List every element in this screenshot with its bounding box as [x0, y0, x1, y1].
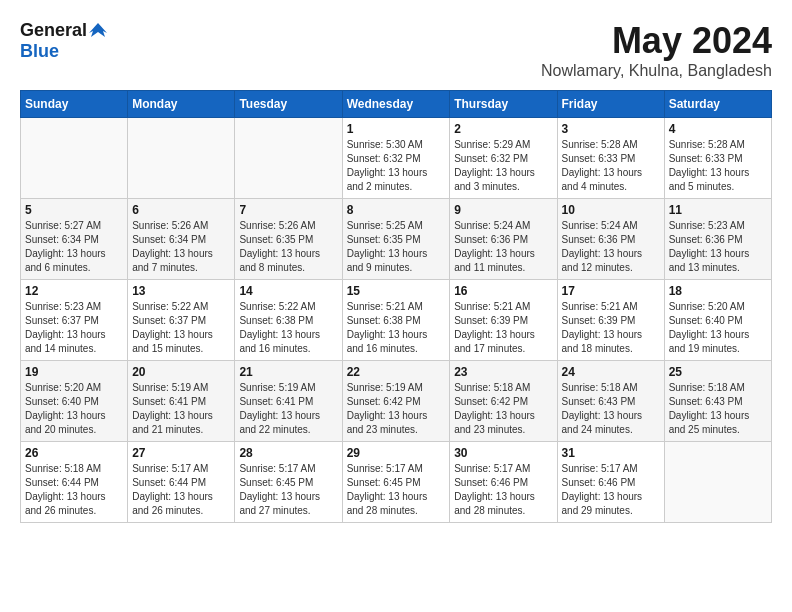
day-number: 20: [132, 365, 230, 379]
day-info: Sunrise: 5:20 AM Sunset: 6:40 PM Dayligh…: [669, 300, 767, 356]
day-number: 9: [454, 203, 552, 217]
title-section: May 2024 Nowlamary, Khulna, Bangladesh: [541, 20, 772, 80]
day-info: Sunrise: 5:24 AM Sunset: 6:36 PM Dayligh…: [454, 219, 552, 275]
day-info: Sunrise: 5:30 AM Sunset: 6:32 PM Dayligh…: [347, 138, 446, 194]
day-number: 19: [25, 365, 123, 379]
logo-general-text: General: [20, 20, 87, 41]
day-number: 31: [562, 446, 660, 460]
day-info: Sunrise: 5:17 AM Sunset: 6:46 PM Dayligh…: [454, 462, 552, 518]
header-day-thursday: Thursday: [450, 91, 557, 118]
calendar-cell: 15Sunrise: 5:21 AM Sunset: 6:38 PM Dayli…: [342, 280, 450, 361]
calendar-cell: 19Sunrise: 5:20 AM Sunset: 6:40 PM Dayli…: [21, 361, 128, 442]
logo: General Blue: [20, 20, 107, 62]
day-info: Sunrise: 5:23 AM Sunset: 6:36 PM Dayligh…: [669, 219, 767, 275]
calendar-cell: 17Sunrise: 5:21 AM Sunset: 6:39 PM Dayli…: [557, 280, 664, 361]
calendar-cell: 23Sunrise: 5:18 AM Sunset: 6:42 PM Dayli…: [450, 361, 557, 442]
calendar-cell: 28Sunrise: 5:17 AM Sunset: 6:45 PM Dayli…: [235, 442, 342, 523]
calendar-cell: 13Sunrise: 5:22 AM Sunset: 6:37 PM Dayli…: [128, 280, 235, 361]
calendar-cell: 31Sunrise: 5:17 AM Sunset: 6:46 PM Dayli…: [557, 442, 664, 523]
calendar-cell: [21, 118, 128, 199]
calendar-week-3: 12Sunrise: 5:23 AM Sunset: 6:37 PM Dayli…: [21, 280, 772, 361]
calendar-cell: 6Sunrise: 5:26 AM Sunset: 6:34 PM Daylig…: [128, 199, 235, 280]
day-number: 23: [454, 365, 552, 379]
day-info: Sunrise: 5:22 AM Sunset: 6:38 PM Dayligh…: [239, 300, 337, 356]
day-number: 7: [239, 203, 337, 217]
calendar-week-5: 26Sunrise: 5:18 AM Sunset: 6:44 PM Dayli…: [21, 442, 772, 523]
day-info: Sunrise: 5:17 AM Sunset: 6:45 PM Dayligh…: [239, 462, 337, 518]
calendar-cell: 5Sunrise: 5:27 AM Sunset: 6:34 PM Daylig…: [21, 199, 128, 280]
day-info: Sunrise: 5:17 AM Sunset: 6:45 PM Dayligh…: [347, 462, 446, 518]
calendar-cell: 8Sunrise: 5:25 AM Sunset: 6:35 PM Daylig…: [342, 199, 450, 280]
day-info: Sunrise: 5:18 AM Sunset: 6:42 PM Dayligh…: [454, 381, 552, 437]
day-info: Sunrise: 5:17 AM Sunset: 6:46 PM Dayligh…: [562, 462, 660, 518]
header-day-saturday: Saturday: [664, 91, 771, 118]
day-info: Sunrise: 5:22 AM Sunset: 6:37 PM Dayligh…: [132, 300, 230, 356]
logo-blue-text: Blue: [20, 41, 59, 61]
calendar-cell: 21Sunrise: 5:19 AM Sunset: 6:41 PM Dayli…: [235, 361, 342, 442]
calendar-cell: 3Sunrise: 5:28 AM Sunset: 6:33 PM Daylig…: [557, 118, 664, 199]
day-info: Sunrise: 5:19 AM Sunset: 6:42 PM Dayligh…: [347, 381, 446, 437]
day-info: Sunrise: 5:23 AM Sunset: 6:37 PM Dayligh…: [25, 300, 123, 356]
calendar-cell: 11Sunrise: 5:23 AM Sunset: 6:36 PM Dayli…: [664, 199, 771, 280]
day-number: 24: [562, 365, 660, 379]
day-info: Sunrise: 5:29 AM Sunset: 6:32 PM Dayligh…: [454, 138, 552, 194]
day-number: 8: [347, 203, 446, 217]
day-number: 14: [239, 284, 337, 298]
day-number: 25: [669, 365, 767, 379]
calendar-cell: 16Sunrise: 5:21 AM Sunset: 6:39 PM Dayli…: [450, 280, 557, 361]
day-info: Sunrise: 5:17 AM Sunset: 6:44 PM Dayligh…: [132, 462, 230, 518]
calendar-week-2: 5Sunrise: 5:27 AM Sunset: 6:34 PM Daylig…: [21, 199, 772, 280]
day-number: 3: [562, 122, 660, 136]
day-number: 29: [347, 446, 446, 460]
day-number: 18: [669, 284, 767, 298]
day-number: 2: [454, 122, 552, 136]
day-number: 26: [25, 446, 123, 460]
logo-bird-icon: [89, 21, 107, 39]
day-info: Sunrise: 5:26 AM Sunset: 6:34 PM Dayligh…: [132, 219, 230, 275]
header-day-monday: Monday: [128, 91, 235, 118]
calendar-cell: 24Sunrise: 5:18 AM Sunset: 6:43 PM Dayli…: [557, 361, 664, 442]
day-info: Sunrise: 5:25 AM Sunset: 6:35 PM Dayligh…: [347, 219, 446, 275]
subtitle: Nowlamary, Khulna, Bangladesh: [541, 62, 772, 80]
day-info: Sunrise: 5:18 AM Sunset: 6:43 PM Dayligh…: [562, 381, 660, 437]
day-number: 1: [347, 122, 446, 136]
header-day-sunday: Sunday: [21, 91, 128, 118]
day-number: 22: [347, 365, 446, 379]
calendar-cell: 30Sunrise: 5:17 AM Sunset: 6:46 PM Dayli…: [450, 442, 557, 523]
day-number: 10: [562, 203, 660, 217]
calendar-cell: 9Sunrise: 5:24 AM Sunset: 6:36 PM Daylig…: [450, 199, 557, 280]
day-number: 11: [669, 203, 767, 217]
calendar-cell: 12Sunrise: 5:23 AM Sunset: 6:37 PM Dayli…: [21, 280, 128, 361]
day-info: Sunrise: 5:20 AM Sunset: 6:40 PM Dayligh…: [25, 381, 123, 437]
main-title: May 2024: [541, 20, 772, 62]
day-info: Sunrise: 5:28 AM Sunset: 6:33 PM Dayligh…: [562, 138, 660, 194]
day-number: 27: [132, 446, 230, 460]
calendar-week-1: 1Sunrise: 5:30 AM Sunset: 6:32 PM Daylig…: [21, 118, 772, 199]
day-number: 5: [25, 203, 123, 217]
day-info: Sunrise: 5:19 AM Sunset: 6:41 PM Dayligh…: [239, 381, 337, 437]
calendar-cell: 25Sunrise: 5:18 AM Sunset: 6:43 PM Dayli…: [664, 361, 771, 442]
calendar-cell: 27Sunrise: 5:17 AM Sunset: 6:44 PM Dayli…: [128, 442, 235, 523]
day-info: Sunrise: 5:21 AM Sunset: 6:39 PM Dayligh…: [562, 300, 660, 356]
header-day-friday: Friday: [557, 91, 664, 118]
calendar-cell: 22Sunrise: 5:19 AM Sunset: 6:42 PM Dayli…: [342, 361, 450, 442]
day-number: 28: [239, 446, 337, 460]
day-info: Sunrise: 5:24 AM Sunset: 6:36 PM Dayligh…: [562, 219, 660, 275]
day-number: 17: [562, 284, 660, 298]
calendar-week-4: 19Sunrise: 5:20 AM Sunset: 6:40 PM Dayli…: [21, 361, 772, 442]
day-info: Sunrise: 5:19 AM Sunset: 6:41 PM Dayligh…: [132, 381, 230, 437]
header-day-wednesday: Wednesday: [342, 91, 450, 118]
day-info: Sunrise: 5:21 AM Sunset: 6:38 PM Dayligh…: [347, 300, 446, 356]
day-number: 15: [347, 284, 446, 298]
svg-marker-0: [89, 23, 107, 37]
day-info: Sunrise: 5:18 AM Sunset: 6:44 PM Dayligh…: [25, 462, 123, 518]
calendar-cell: 4Sunrise: 5:28 AM Sunset: 6:33 PM Daylig…: [664, 118, 771, 199]
calendar-cell: [235, 118, 342, 199]
day-number: 21: [239, 365, 337, 379]
day-number: 6: [132, 203, 230, 217]
day-info: Sunrise: 5:21 AM Sunset: 6:39 PM Dayligh…: [454, 300, 552, 356]
calendar-cell: 14Sunrise: 5:22 AM Sunset: 6:38 PM Dayli…: [235, 280, 342, 361]
day-info: Sunrise: 5:28 AM Sunset: 6:33 PM Dayligh…: [669, 138, 767, 194]
calendar-cell: 20Sunrise: 5:19 AM Sunset: 6:41 PM Dayli…: [128, 361, 235, 442]
day-info: Sunrise: 5:27 AM Sunset: 6:34 PM Dayligh…: [25, 219, 123, 275]
